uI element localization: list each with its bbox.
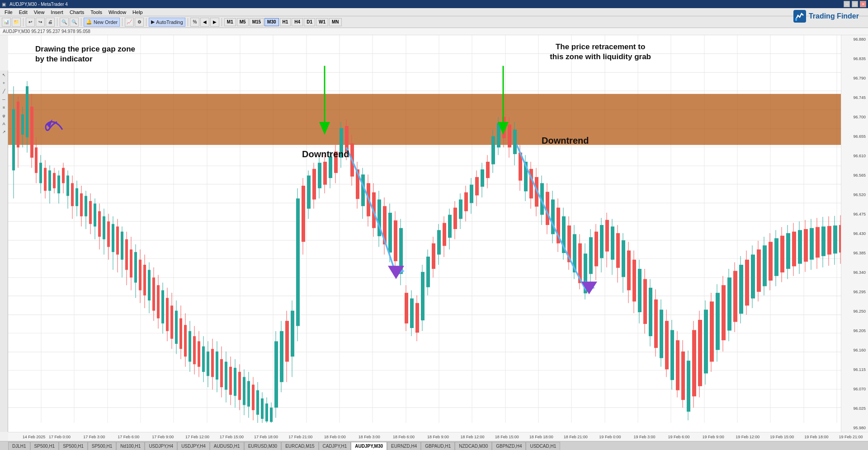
svg-rect-333	[733, 271, 737, 322]
text-tool[interactable]: A	[0, 120, 8, 127]
tab-usdjpy-h4-1[interactable]: USDJPY,H4	[145, 442, 177, 450]
time-19feb-12: 19 Feb 12:00	[736, 435, 760, 439]
chart-container[interactable]: Drawing the price gap zone by the indica…	[8, 35, 868, 432]
price-96115: 96.115	[842, 367, 867, 372]
time-17feb-15: 17 Feb 15:00	[220, 435, 244, 439]
tab-usdjpy-h4-2[interactable]: USDJPY,H4	[177, 442, 210, 450]
scroll-right-btn[interactable]: ▶	[210, 18, 219, 27]
tf-w1[interactable]: W1	[316, 18, 328, 26]
tab-audjpy-m30[interactable]: AUDJPY,M30	[351, 442, 387, 450]
svg-rect-123	[179, 319, 182, 349]
svg-rect-303	[649, 288, 652, 336]
menu-charts[interactable]: Charts	[67, 9, 87, 16]
tf-h4[interactable]: H4	[292, 18, 303, 26]
svg-rect-139	[216, 352, 218, 380]
tab-sp500-h1-3[interactable]: SP500,H1	[88, 442, 117, 450]
tab-gbpaud-h1[interactable]: GBPAUD,H1	[421, 442, 455, 450]
tf-d1[interactable]: D1	[304, 18, 315, 26]
tab-eurusd-m30[interactable]: EURUSD,M30	[244, 442, 281, 450]
svg-rect-87	[98, 211, 101, 236]
maximize-btn[interactable]: □	[852, 1, 858, 7]
autotrading-btn[interactable]: ▶ AutoTrading	[149, 18, 185, 27]
svg-rect-125	[184, 325, 187, 356]
zoom-pct-btn[interactable]: %	[190, 18, 199, 27]
svg-rect-187	[334, 151, 338, 173]
arrow-tool[interactable]: ↗	[0, 128, 8, 136]
open-btn[interactable]: 📁	[12, 18, 21, 27]
svg-rect-173	[296, 198, 300, 326]
tab-eurcad-m15[interactable]: EURCAD,M15	[281, 442, 318, 450]
price-scale: 96.880 96.835 96.790 96.745 96.700 96.65…	[841, 35, 868, 432]
price-96160: 96.160	[842, 348, 867, 352]
crosshair-tool[interactable]: +	[0, 80, 8, 87]
svg-rect-363	[821, 226, 826, 256]
svg-rect-57	[30, 107, 33, 158]
tab-eurnzd-h4[interactable]: EURNZD,H4	[387, 442, 421, 450]
hline-tool[interactable]: ─	[0, 96, 8, 103]
svg-rect-227	[443, 223, 446, 246]
redo-btn[interactable]: ↪	[36, 18, 45, 27]
svg-rect-131	[198, 341, 200, 366]
logo-area: Trading Finder	[793, 10, 859, 23]
tab-gbpnzd-h4[interactable]: GBPNZD,H4	[492, 442, 526, 450]
indicators-btn[interactable]: 📈	[125, 18, 134, 27]
tf-mn[interactable]: MN	[329, 18, 342, 26]
tab-djlh1[interactable]: DJLH1	[8, 442, 30, 450]
new-chart-btn[interactable]: 📊	[2, 18, 11, 27]
svg-rect-189	[340, 128, 343, 157]
new-order-btn[interactable]: 🔔 New Order	[84, 18, 120, 27]
svg-rect-317	[687, 361, 690, 412]
tf-h1[interactable]: H1	[280, 18, 291, 26]
tf-m1[interactable]: M1	[224, 18, 236, 26]
svg-rect-63	[44, 168, 47, 191]
time-14feb: 14 Feb 2025	[23, 435, 46, 439]
menu-help[interactable]: Help	[130, 9, 146, 16]
price-96790: 96.790	[842, 76, 867, 80]
zoom-out-btn[interactable]: 🔍	[70, 18, 79, 27]
tab-cadjpy-h1[interactable]: CADJPY,H1	[319, 442, 351, 450]
tab-sp500-h1-1[interactable]: SP500,H1	[30, 442, 59, 450]
undo-btn[interactable]: ↩	[26, 18, 35, 27]
menu-view[interactable]: View	[31, 9, 47, 16]
tab-audusd-h1[interactable]: AUDUSD,H1	[210, 442, 244, 450]
menu-file[interactable]: File	[2, 9, 15, 16]
tab-sp500-h1-2[interactable]: SP500,H1	[59, 442, 88, 450]
menu-window[interactable]: Window	[106, 9, 129, 16]
svg-rect-253	[513, 130, 517, 154]
menu-insert[interactable]: Insert	[48, 9, 66, 16]
tf-m30[interactable]: M30	[264, 18, 278, 26]
channel-tool[interactable]: ≡	[0, 104, 8, 111]
print-btn[interactable]: 🖨	[46, 18, 55, 27]
svg-rect-319	[692, 330, 696, 397]
zoom-in-btn[interactable]: 🔍	[60, 18, 69, 27]
fib-tool[interactable]: φ	[0, 112, 8, 119]
tf-m15[interactable]: M15	[250, 18, 264, 26]
price-96745: 96.745	[842, 95, 867, 100]
cursor-tool[interactable]: ↖	[0, 71, 8, 79]
svg-rect-183	[323, 162, 327, 185]
svg-rect-345	[769, 242, 773, 281]
svg-rect-349	[780, 236, 784, 272]
svg-rect-359	[810, 228, 814, 260]
price-96340: 96.340	[842, 270, 867, 275]
line-tool[interactable]: ╱	[0, 88, 8, 95]
price-96295: 96.295	[842, 290, 867, 294]
tab-nzdcad-m30[interactable]: NZDCAD,M30	[455, 442, 492, 450]
price-96025: 96.025	[842, 406, 867, 411]
svg-rect-1	[8, 35, 841, 423]
close-btn[interactable]: ✕	[860, 1, 866, 7]
objects-btn[interactable]: ⚙	[135, 18, 144, 27]
tf-m5[interactable]: M5	[237, 18, 249, 26]
minimize-btn[interactable]: ─	[844, 1, 850, 7]
menu-tools[interactable]: Tools	[88, 9, 105, 16]
price-96700: 96.700	[842, 115, 867, 119]
svg-rect-143	[225, 362, 227, 390]
menu-edit[interactable]: Edit	[16, 9, 30, 16]
price-96520: 96.520	[842, 192, 867, 197]
time-18feb-6: 18 Feb 6:00	[393, 435, 415, 439]
svg-rect-243	[486, 162, 490, 178]
time-19feb-6: 19 Feb 6:00	[668, 435, 690, 439]
scroll-left-btn[interactable]: ◀	[200, 18, 209, 27]
tab-usdcad-h1[interactable]: USDCAD,H1	[526, 442, 560, 450]
tab-nd100-h1[interactable]: Nd100,H1	[116, 442, 145, 450]
